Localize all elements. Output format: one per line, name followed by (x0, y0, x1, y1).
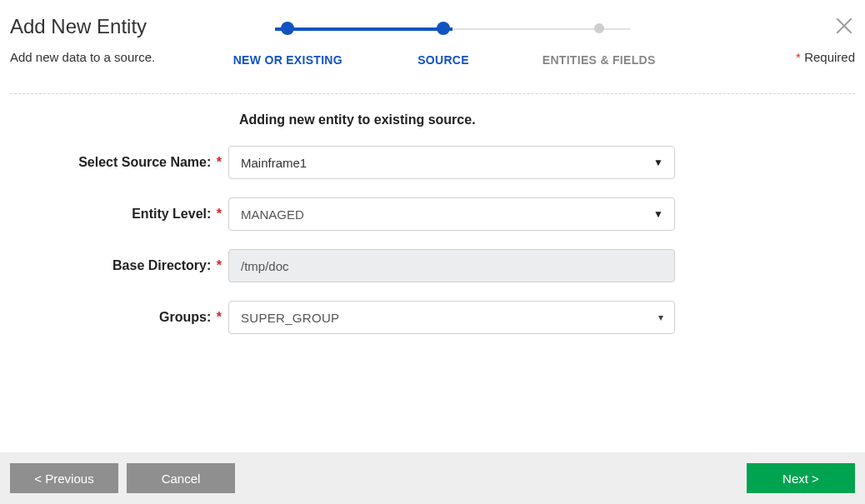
close-icon[interactable] (833, 25, 855, 39)
step-dot-icon (281, 22, 294, 35)
step-connector-1 (275, 27, 452, 31)
previous-button[interactable]: < Previous (10, 463, 118, 493)
section-heading: Adding new entity to existing source. (239, 112, 855, 127)
label-text: Entity Level: (132, 207, 211, 221)
row-base-directory: Base Directory: * (10, 249, 855, 282)
add-entity-modal: Add New Entity Add new data to a source.… (0, 0, 865, 504)
row-groups: Groups: * SUPER_GROUP ▾ (10, 301, 855, 334)
required-hint-label: Required (804, 50, 855, 64)
page-subtitle: Add new data to a source. (10, 50, 206, 64)
step-label: NEW OR EXISTING (210, 53, 366, 67)
label-entity-level: Entity Level: * (10, 207, 228, 222)
label-text: Select Source Name: (78, 155, 211, 169)
input-base-directory (228, 249, 675, 282)
wizard-steps: NEW OR EXISTING SOURCE ENTITIES & FIELDS (210, 22, 677, 67)
combo-groups[interactable]: SUPER_GROUP (228, 301, 675, 334)
combo-value: SUPER_GROUP (241, 311, 339, 325)
select-entity-level[interactable]: MANAGED (228, 197, 675, 231)
label-text: Base Directory: (112, 258, 211, 272)
select-source-name[interactable]: Mainframe1 (228, 146, 675, 179)
step-label: ENTITIES & FIELDS (521, 53, 677, 67)
modal-footer: < Previous Cancel Next > (0, 452, 865, 504)
label-groups: Groups: * (10, 310, 228, 325)
label-source-name: Select Source Name: * (10, 155, 228, 170)
modal-header: Add New Entity Add new data to a source.… (10, 15, 855, 67)
label-text: Groups: (159, 310, 211, 324)
divider (10, 93, 855, 94)
next-button[interactable]: Next > (747, 463, 855, 493)
row-source-name: Select Source Name: * Mainframe1 ▼ (10, 146, 855, 179)
cancel-button[interactable]: Cancel (127, 463, 235, 493)
page-title: Add New Entity (10, 15, 206, 38)
step-label: SOURCE (366, 53, 522, 67)
label-base-directory: Base Directory: * (10, 258, 228, 273)
step-dot-icon (437, 22, 450, 35)
step-dot-icon (594, 23, 604, 33)
required-hint: * Required (796, 50, 855, 64)
row-entity-level: Entity Level: * MANAGED ▼ (10, 197, 855, 231)
form-area: Adding new entity to existing source. Se… (10, 112, 855, 334)
